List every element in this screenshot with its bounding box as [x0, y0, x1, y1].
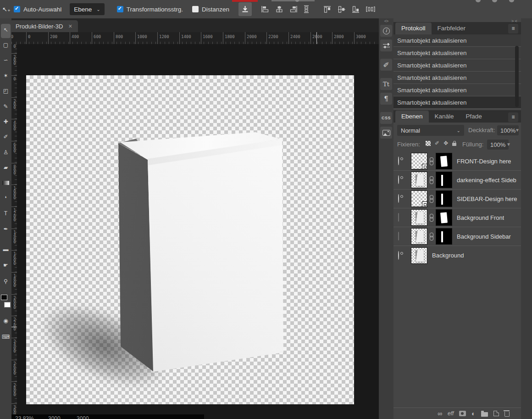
distances-checkbox[interactable] [192, 6, 199, 12]
hand-tool-icon[interactable]: ☛ [0, 262, 11, 269]
brush-settings-panel-button[interactable]: ✐ [380, 59, 392, 71]
layer-mask-thumbnail[interactable] [436, 153, 452, 169]
layer-name[interactable]: Background Front [457, 214, 504, 221]
layer-name[interactable]: Background Sidebar [457, 233, 511, 240]
layer-thumbnail-image[interactable] [411, 228, 427, 245]
css-panel-button[interactable]: CSS [380, 112, 392, 124]
close-tab-icon[interactable]: × [68, 22, 72, 30]
layer-row[interactable]: darkening-effect Sideb [393, 171, 521, 190]
eraser-tool-icon[interactable]: ▰ [0, 164, 11, 171]
layer-thumbnail-image[interactable] [411, 209, 427, 226]
transparency-checkerboard[interactable] [26, 75, 354, 404]
history-entry[interactable]: Smartobjekt aktualisieren [393, 34, 521, 47]
transform-controls-checkbox[interactable] [117, 6, 123, 12]
brush-tool-icon[interactable]: ✐ [0, 134, 11, 140]
visibility-eye-icon[interactable] [398, 194, 399, 203]
export-button[interactable] [238, 2, 252, 16]
align-middle-icon[interactable] [337, 6, 346, 13]
gradient-tool-icon[interactable] [2, 181, 9, 185]
clone-stamp-tool-icon[interactable]: ♙ [0, 149, 11, 156]
mask-link-icon[interactable] [429, 157, 434, 165]
target-dropdown[interactable]: Ebene ⌄ [70, 3, 104, 15]
align-right-icon[interactable] [289, 6, 298, 13]
visibility-eye-icon[interactable] [398, 251, 399, 260]
background-color-swatch[interactable] [4, 302, 11, 307]
fill-value[interactable]: 100% [487, 140, 509, 150]
history-menu-button[interactable]: ≡ [508, 24, 518, 34]
zoom-tool-icon[interactable]: ⚲ [0, 278, 11, 285]
type-tool-icon[interactable]: T [0, 210, 11, 217]
auto-select-checkbox[interactable] [14, 6, 20, 12]
visibility-hidden-icon[interactable] [398, 213, 399, 222]
zoom-percentage[interactable]: 23,83% [15, 415, 34, 419]
mask-link-icon[interactable] [429, 195, 434, 203]
tab-protokoll[interactable]: Protokoll [395, 22, 432, 34]
layer-mask-thumbnail[interactable] [436, 228, 452, 245]
fill-dropdown-arrow[interactable]: ▼ [506, 142, 511, 147]
eyedropper-tool-icon[interactable]: ✎ [0, 103, 11, 110]
mask-link-icon[interactable] [429, 233, 434, 240]
healing-tool-icon[interactable]: ✚ [0, 118, 11, 125]
blur-tool-icon[interactable]: ❛ [0, 195, 11, 202]
layer-effects-icon[interactable]: eff [448, 410, 454, 417]
layer-thumbnail-image[interactable] [411, 172, 427, 188]
new-group-icon[interactable] [481, 412, 488, 417]
delete-layer-icon[interactable] [504, 412, 510, 417]
layer-name[interactable]: Background [432, 252, 464, 259]
foreground-color-swatch[interactable] [1, 295, 7, 300]
layer-row[interactable]: Background [393, 246, 521, 265]
visibility-eye-icon[interactable] [398, 175, 399, 184]
history-entry[interactable]: Smartobjekt aktualisieren [393, 72, 521, 84]
mask-link-icon[interactable] [429, 176, 434, 184]
visibility-eye-icon[interactable] [398, 156, 399, 165]
tab-kanaele[interactable]: Kanäle [429, 111, 460, 123]
distribute-horizontal-icon[interactable] [366, 6, 376, 12]
collapse-strip-control[interactable]: <> [379, 19, 393, 23]
layer-row[interactable]: Background Sidebar [393, 227, 521, 246]
lock-transparency-icon[interactable] [426, 141, 431, 146]
keyboard-shortcuts-icon[interactable]: ⌨ [0, 334, 11, 341]
move-tool-icon[interactable]: ↖ [0, 27, 11, 34]
tab-pfade[interactable]: Pfade [460, 111, 488, 123]
pen-tool-icon[interactable]: ✒ [0, 226, 11, 233]
lasso-tool-icon[interactable]: ∽ [0, 57, 11, 64]
align-center-horizontal-icon[interactable] [275, 6, 284, 13]
magic-wand-tool-icon[interactable]: ✶ [0, 73, 11, 79]
blend-mode-dropdown[interactable]: Normal ⌄ [397, 125, 464, 136]
image-panel-button[interactable] [380, 127, 392, 139]
adjustments-panel-button[interactable] [380, 39, 392, 51]
visibility-hidden-icon[interactable] [398, 232, 399, 240]
layer-mask-thumbnail[interactable] [436, 172, 452, 188]
canvas-area[interactable] [17, 44, 379, 419]
opacity-dropdown-arrow[interactable]: ▼ [515, 128, 520, 133]
layer-mask-thumbnail[interactable] [436, 209, 452, 226]
layer-thumbnail-image[interactable] [411, 247, 427, 264]
tab-farbfelder[interactable]: Farbfelder [432, 22, 472, 34]
info-panel-button[interactable]: i [380, 25, 392, 37]
layer-name[interactable]: darkening-effect Sideb [457, 177, 516, 184]
lock-all-icon[interactable] [452, 143, 456, 146]
rectangle-select-tool-icon[interactable]: ▢ [0, 42, 11, 49]
lock-pixels-icon[interactable]: ✐ [435, 140, 439, 146]
align-bottom-icon[interactable] [351, 6, 360, 13]
layer-name[interactable]: FRONT-Design here [457, 158, 511, 165]
distribute-vertical-icon[interactable] [303, 5, 310, 13]
crop-tool-icon[interactable]: ◰ [0, 88, 11, 95]
mask-link-icon[interactable] [429, 214, 434, 222]
link-layers-icon[interactable]: ∞ [438, 410, 442, 417]
history-entry-selected[interactable]: Smartobjekt aktualisieren [393, 96, 521, 109]
add-mask-icon[interactable] [459, 411, 466, 416]
character-panel-button[interactable]: Tt [380, 78, 392, 90]
layer-mask-thumbnail[interactable] [436, 190, 452, 207]
new-layer-icon[interactable] [493, 411, 499, 416]
layer-thumbnail-transparent[interactable] [411, 153, 427, 169]
document-tab[interactable]: Produkt-Bilder-3D × [10, 20, 78, 32]
layer-row[interactable]: FRONT-Design here [393, 152, 521, 171]
layer-row[interactable]: SIDEBAR-Design here [393, 190, 521, 208]
lock-position-icon[interactable]: ✥ [443, 140, 448, 146]
align-left-icon[interactable] [260, 6, 270, 13]
layer-thumbnail-transparent[interactable] [411, 190, 427, 207]
color-swatches[interactable] [1, 294, 11, 307]
history-entry[interactable]: Smartobjekt aktualisieren [393, 47, 521, 59]
layer-name[interactable]: SIDEBAR-Design here [457, 196, 517, 202]
